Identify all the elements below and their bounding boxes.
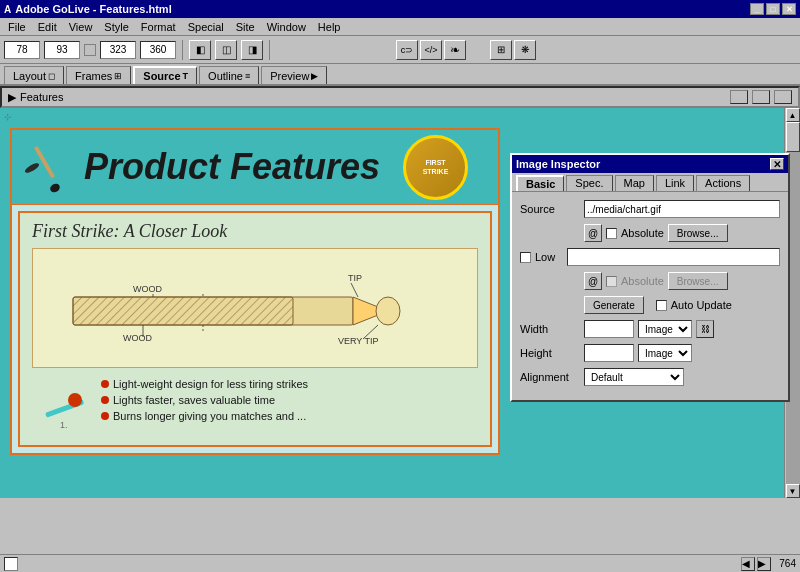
tab-preview[interactable]: Preview ▶	[261, 66, 327, 84]
separator2	[269, 40, 270, 60]
code-btn[interactable]: </>	[420, 40, 442, 60]
match-image: 1.	[40, 378, 95, 433]
doc-btn2[interactable]	[752, 90, 770, 104]
alignment-label: Alignment	[520, 371, 580, 383]
close-btn[interactable]: ✕	[782, 3, 796, 15]
view-btn2[interactable]: ❋	[514, 40, 536, 60]
status-bar: ◀ ▶ 764	[0, 554, 800, 572]
source-label: Source	[520, 203, 580, 215]
plugin-btn[interactable]: ❧	[444, 40, 466, 60]
maximize-btn[interactable]: □	[766, 3, 780, 15]
tab-source[interactable]: Source T	[133, 66, 197, 84]
dialog-close-btn[interactable]: ✕	[770, 158, 784, 170]
w-input[interactable]	[100, 41, 136, 59]
inspector-tab-map[interactable]: Map	[615, 175, 654, 191]
inspector-tab-spec[interactable]: Spec.	[566, 175, 612, 191]
doc-btn3[interactable]	[774, 90, 792, 104]
separator	[182, 40, 183, 60]
feature-items: Light-weight design for less tiring stri…	[101, 378, 470, 426]
svg-text:TIP: TIP	[348, 273, 362, 283]
browse-btn[interactable]: Browse...	[668, 224, 728, 242]
inspector-tab-actions[interactable]: Actions	[696, 175, 750, 191]
svg-point-7	[376, 297, 400, 325]
align-center-btn[interactable]: ◫	[215, 40, 237, 60]
minimize-btn[interactable]: _	[750, 3, 764, 15]
lock-icon	[84, 44, 96, 56]
align-left-btn[interactable]: ◧	[189, 40, 211, 60]
at-icon[interactable]: @	[584, 224, 602, 242]
y-input[interactable]	[44, 41, 80, 59]
tab-preview-label: Preview	[270, 70, 309, 82]
svg-point-0	[24, 161, 41, 174]
dialog-tabs: Basic Spec. Map Link Actions	[512, 173, 788, 192]
first-strike-title: First Strike: A Closer Look	[32, 221, 478, 242]
source-sub-row: @ Absolute Browse...	[584, 224, 780, 242]
menu-window[interactable]: Window	[261, 20, 312, 34]
cd-btn[interactable]: c⊃	[396, 40, 418, 60]
doc-btn1[interactable]	[730, 90, 748, 104]
status-btn1[interactable]: ◀	[741, 557, 755, 571]
size-link-icon[interactable]: ⛓	[696, 320, 714, 338]
menu-help[interactable]: Help	[312, 20, 347, 34]
scroll-up-btn[interactable]: ▲	[786, 108, 800, 122]
feature-item-1: Light-weight design for less tiring stri…	[101, 378, 470, 390]
height-label: Height	[520, 347, 580, 359]
height-dropdown[interactable]: Image	[638, 344, 692, 362]
dialog-titlebar: Image Inspector ✕	[512, 155, 788, 173]
tab-frames[interactable]: Frames ⊞	[66, 66, 131, 84]
doc-icon: ▶	[8, 91, 16, 104]
menu-format[interactable]: Format	[135, 20, 182, 34]
menu-bar: File Edit View Style Format Special Site…	[0, 18, 800, 36]
svg-point-19	[68, 393, 82, 407]
svg-line-9	[351, 283, 358, 297]
corner-mark: ⊹	[4, 112, 12, 122]
status-btn2[interactable]: ▶	[757, 557, 771, 571]
menu-file[interactable]: File	[2, 20, 32, 34]
align-right-btn[interactable]: ◨	[241, 40, 263, 60]
x-input[interactable]	[4, 41, 40, 59]
alignment-dropdown[interactable]: Default	[584, 368, 684, 386]
tab-outline[interactable]: Outline ≡	[199, 66, 259, 84]
at-icon-2[interactable]: @	[584, 272, 602, 290]
height-input[interactable]	[584, 344, 634, 362]
menu-site[interactable]: Site	[230, 20, 261, 34]
tab-bar: Layout ◻ Frames ⊞ Source T Outline ≡ Pre…	[0, 64, 800, 86]
tab-layout-icon: ◻	[48, 71, 55, 81]
inspector-tab-basic[interactable]: Basic	[516, 175, 564, 191]
status-page-num: 764	[779, 558, 796, 569]
image-inspector-dialog: Image Inspector ✕ Basic Spec. Map	[510, 153, 790, 402]
low-input[interactable]	[567, 248, 780, 266]
view-btn1[interactable]: ⊞	[490, 40, 512, 60]
canvas: ⊹ Product Features	[0, 108, 800, 498]
browse-btn-2[interactable]: Browse...	[668, 272, 728, 290]
menu-edit[interactable]: Edit	[32, 20, 63, 34]
feature-item-2: Lights faster, saves valuable time	[101, 394, 470, 406]
menu-style[interactable]: Style	[98, 20, 134, 34]
generate-btn[interactable]: Generate	[584, 296, 644, 314]
tab-source-label: Source	[143, 70, 180, 82]
low-sub-row: @ Absolute Browse...	[584, 272, 780, 290]
doc-window: ▶ Features	[0, 86, 800, 108]
h-input[interactable]	[140, 41, 176, 59]
features-header: Product Features FIRSTSTRIKE	[12, 130, 498, 205]
low-row: Low	[520, 248, 780, 266]
absolute-checkbox[interactable]	[606, 228, 617, 239]
tab-layout-label: Layout	[13, 70, 46, 82]
tab-layout[interactable]: Layout ◻	[4, 66, 64, 84]
page-title: Product Features	[84, 146, 380, 188]
menu-special[interactable]: Special	[182, 20, 230, 34]
low-checkbox[interactable]	[520, 252, 531, 263]
app-icon: A	[4, 4, 11, 15]
scroll-down-btn[interactable]: ▼	[786, 484, 800, 498]
width-dropdown[interactable]: Image	[638, 320, 692, 338]
absolute-label: Absolute	[621, 227, 664, 239]
source-input[interactable]	[584, 200, 780, 218]
width-input[interactable]	[584, 320, 634, 338]
tab-outline-icon: ≡	[245, 71, 250, 81]
status-right: ◀ ▶ 764	[741, 557, 796, 571]
absolute-checkbox-2[interactable]	[606, 276, 617, 287]
inspector-tab-link[interactable]: Link	[656, 175, 694, 191]
auto-update-checkbox[interactable]	[656, 300, 667, 311]
menu-view[interactable]: View	[63, 20, 99, 34]
scroll-thumb[interactable]	[786, 122, 800, 152]
